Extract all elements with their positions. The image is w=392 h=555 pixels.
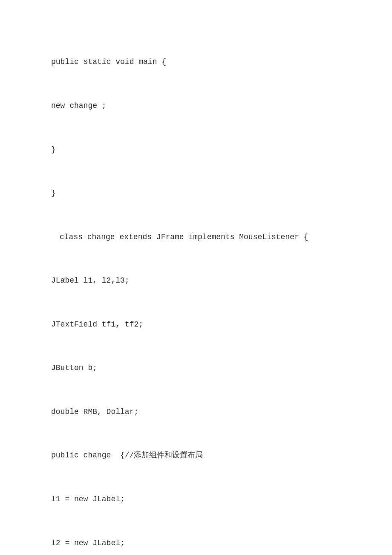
code-line-12: l2 = new JLabel; (26, 536, 366, 550)
code-line-1: public static void main { (26, 55, 366, 69)
code-line-10: public change {//添加组件和设置布局 (26, 448, 366, 462)
code-line-7: JTextField tf1, tf2; (26, 317, 366, 332)
code-line-4: } (26, 186, 366, 200)
code-line-3: } (26, 142, 366, 157)
code-line-8: JButton b; (26, 361, 366, 375)
code-block: public static void main { new change ; }… (0, 17, 392, 555)
code-line-5: class change extends JFrame implements M… (26, 230, 366, 244)
code-line-2: new change ; (26, 98, 366, 113)
code-line-11: l1 = new JLabel; (26, 492, 366, 506)
code-line-6: JLabel l1, l2,l3; (26, 273, 366, 288)
code-line-9: double RMB, Dollar; (26, 405, 366, 419)
